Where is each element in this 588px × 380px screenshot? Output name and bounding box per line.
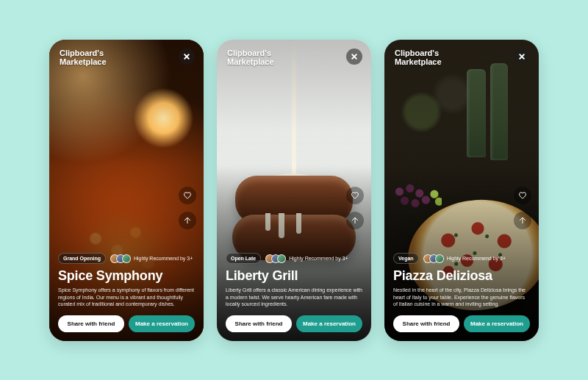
avatar	[435, 254, 444, 263]
avatar-stack	[265, 254, 286, 263]
brand-label: Clipboard'sMarketplace	[227, 49, 274, 67]
recommendation: Highly Recommend by 3+	[265, 254, 348, 263]
status-badge: Vegan	[393, 253, 419, 264]
status-badge: Open Late	[226, 253, 261, 264]
make-reservation-button[interactable]: Make a reservation	[296, 315, 362, 332]
share-icon	[351, 216, 359, 225]
restaurant-description: Liberty Grill offers a classic American …	[226, 287, 362, 307]
brand-label: Clipboard'sMarketplace	[395, 49, 442, 67]
close-button[interactable]	[346, 49, 362, 65]
restaurant-card: Clipboard'sMarketplace Vegan Highly Reco…	[384, 40, 539, 341]
close-icon	[351, 53, 358, 60]
share-button[interactable]	[514, 212, 531, 229]
close-button[interactable]	[179, 49, 195, 65]
avatar-stack	[110, 254, 131, 263]
restaurant-title: Spice Symphony	[58, 268, 195, 284]
favorite-button[interactable]	[346, 187, 364, 204]
close-button[interactable]	[514, 49, 530, 65]
heart-icon	[351, 191, 359, 200]
make-reservation-button[interactable]: Make a reservation	[129, 315, 195, 332]
close-icon	[518, 53, 526, 60]
share-button[interactable]	[179, 212, 196, 229]
status-badge: Grand Opening	[58, 253, 106, 264]
share-button[interactable]	[346, 212, 364, 229]
recommendation-text: Highly Recommend by 3+	[289, 256, 348, 261]
restaurant-card: Clipboard'sMarketplace Grand Opening Hig…	[49, 40, 204, 341]
recommendation-text: Highly Recommend by 3+	[134, 256, 193, 261]
restaurant-description: Spice Symphony offers a symphony of flav…	[58, 287, 195, 307]
share-with-friend-button[interactable]: Share with friend	[58, 315, 124, 332]
recommendation-text: Highly Recommend by 3+	[447, 256, 506, 261]
share-icon	[183, 216, 192, 225]
avatar	[277, 254, 286, 263]
restaurant-card: Clipboard'sMarketplace Open Late Highly …	[217, 40, 371, 341]
share-with-friend-button[interactable]: Share with friend	[226, 315, 292, 332]
make-reservation-button[interactable]: Make a reservation	[464, 315, 530, 332]
share-with-friend-button[interactable]: Share with friend	[393, 315, 459, 332]
recommendation: Highly Recommend by 3+	[423, 254, 506, 263]
restaurant-title: Piazza Deliziosa	[393, 268, 530, 284]
favorite-button[interactable]	[179, 187, 196, 204]
restaurant-description: Nestled in the heart of the city, Piazza…	[393, 287, 530, 307]
heart-icon	[518, 191, 527, 200]
heart-icon	[183, 191, 192, 200]
share-icon	[518, 216, 527, 225]
avatar	[122, 254, 131, 263]
avatar-stack	[423, 254, 444, 263]
close-icon	[183, 53, 190, 60]
restaurant-title: Liberty Grill	[226, 268, 362, 284]
brand-label: Clipboard'sMarketplace	[60, 49, 107, 67]
favorite-button[interactable]	[514, 187, 531, 204]
recommendation: Highly Recommend by 3+	[110, 254, 193, 263]
